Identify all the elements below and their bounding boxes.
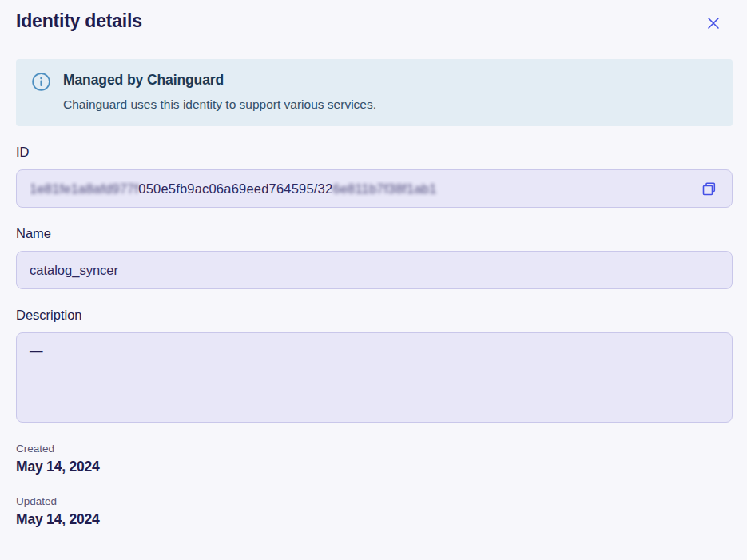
info-icon <box>32 73 50 112</box>
updated-value: May 14, 2024 <box>16 511 731 528</box>
name-field-label: Name <box>16 226 731 241</box>
identity-details-panel: Identity details Managed by Chainguard C… <box>0 0 747 560</box>
created-value: May 14, 2024 <box>16 459 731 475</box>
banner-description: Chainguard uses this identity to support… <box>63 97 376 112</box>
id-field[interactable]: 1e81fe1a8afd977f050e5fb9ac06a69eed764595… <box>16 169 733 208</box>
id-value-obscured-right: 6e811b7f38f1ab1 <box>332 181 436 196</box>
page-title: Identity details <box>16 10 142 32</box>
created-label: Created <box>16 443 731 455</box>
close-icon <box>705 15 721 31</box>
id-value-visible: 050e5fb9ac06a69eed764595/32 <box>138 181 332 196</box>
copy-icon <box>701 181 717 197</box>
name-field <box>16 251 733 289</box>
name-input[interactable] <box>30 263 722 278</box>
copy-id-button[interactable] <box>696 176 722 202</box>
id-value: 1e81fe1a8afd977f050e5fb9ac06a69eed764595… <box>30 181 696 197</box>
description-textarea[interactable]: — <box>16 332 733 423</box>
banner-text-block: Managed by Chainguard Chainguard uses th… <box>63 72 376 112</box>
banner-title: Managed by Chainguard <box>63 72 376 89</box>
description-field-label: Description <box>16 308 731 323</box>
id-value-obscured-left: 1e81fe1a8afd977f <box>30 181 138 196</box>
close-button[interactable] <box>702 12 725 34</box>
updated-label: Updated <box>16 495 731 507</box>
managed-by-banner: Managed by Chainguard Chainguard uses th… <box>16 59 733 126</box>
panel-header: Identity details <box>0 0 747 34</box>
id-field-label: ID <box>16 145 731 160</box>
